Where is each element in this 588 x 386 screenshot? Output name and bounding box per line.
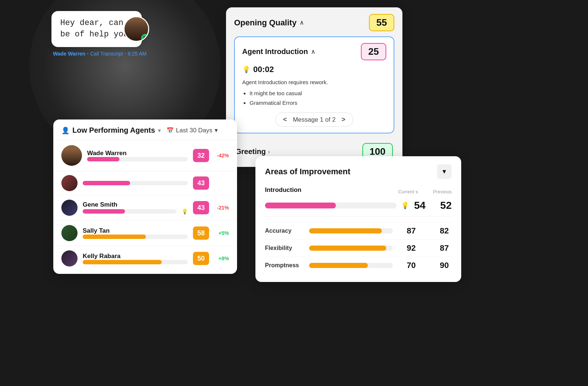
agent-info: Gene Smith 💡 xyxy=(83,201,188,214)
agent-avatar xyxy=(61,250,78,267)
bulb-icon: 💡 xyxy=(242,65,250,74)
agent-bar xyxy=(83,181,130,185)
agent-row[interactable]: 43 xyxy=(53,171,237,195)
agent-info: Kelly Rabara xyxy=(83,253,188,264)
agent-change: +5% xyxy=(214,230,229,236)
opening-quality-card: Opening Quality ∧ 55 Agent Introduction … xyxy=(226,7,402,167)
agent-bar-container xyxy=(83,209,176,214)
avatar: 📞 xyxy=(123,16,149,42)
intro-current-score: 54 xyxy=(414,200,426,211)
opening-quality-score: 55 xyxy=(369,14,394,31)
metric-scores: 87 82 xyxy=(404,226,452,236)
agent-change: -42% xyxy=(214,153,229,158)
chevron-up-icon[interactable]: ∧ xyxy=(300,19,304,26)
agent-intro-card: Agent Introduction ∧ 25 💡 00:02 Agent In… xyxy=(234,36,394,133)
metric-scores: 70 90 xyxy=(404,261,452,270)
phone-icon: 📞 xyxy=(141,34,149,42)
agent-score: 50 xyxy=(193,252,209,265)
agent-intro-details: Agent Introduction requires rework. It m… xyxy=(242,78,386,107)
calendar-icon: 📅 xyxy=(166,127,174,134)
metric-row-flexibility: Flexibility 92 87 xyxy=(265,239,452,257)
lpa-body: Wade Warren 32 -42% 43 xyxy=(53,140,237,274)
lpa-title-button[interactable]: 👤 Low Performing Agents ▾ xyxy=(61,126,161,135)
agent-info: Wade Warren xyxy=(87,150,188,161)
sort-icon: ⇅ xyxy=(415,190,418,194)
metric-previous: 90 xyxy=(437,261,452,270)
metric-bar-container xyxy=(309,263,393,268)
opening-quality-title: Opening Quality ∧ xyxy=(234,18,304,28)
lpa-title-text: Low Performing Agents xyxy=(72,126,155,135)
bulb-indicator: 💡 xyxy=(182,208,188,214)
agent-name: Wade Warren xyxy=(87,150,188,157)
greeting-label[interactable]: Greeting › xyxy=(236,147,270,156)
metric-bar-container xyxy=(309,228,393,233)
agent-bar-container xyxy=(83,181,188,185)
agent-bar-area xyxy=(83,260,188,264)
agent-avatar xyxy=(61,200,78,216)
agent-bar-container xyxy=(83,260,188,264)
col-headers: Current ⇅ Previous xyxy=(398,189,452,194)
intro-top-row: Introduction Current ⇅ Previous xyxy=(265,186,452,197)
date-dropdown-icon: ▾ xyxy=(215,126,218,134)
next-message-button[interactable]: > xyxy=(341,116,345,124)
metric-bar-area xyxy=(309,228,393,233)
opening-quality-label: Opening Quality xyxy=(234,18,297,28)
chat-card: Hey dear, can I be of help you? 📞 Wade W… xyxy=(51,11,147,57)
agent-row[interactable]: Wade Warren 32 -42% xyxy=(53,140,237,171)
message-navigation: < Message 1 of 2 > xyxy=(275,112,353,127)
intro-bar xyxy=(265,203,336,208)
greeting-text: Greeting xyxy=(236,147,266,156)
agent-score: 43 xyxy=(193,176,209,190)
agent-intro-time: 00:02 xyxy=(253,65,274,74)
chevron-right-icon: › xyxy=(268,149,270,155)
opening-quality-header: Opening Quality ∧ 55 xyxy=(234,14,394,31)
agent-intro-header: Agent Introduction ∧ 25 xyxy=(242,43,386,60)
intro-bar-container xyxy=(265,203,397,208)
agent-bar-container xyxy=(83,235,188,239)
person-icon: 👤 xyxy=(61,126,69,135)
filter-icon: ▼ xyxy=(441,168,447,175)
agent-intro-issues: It might be too casual Grammatical Error… xyxy=(242,89,386,107)
aoi-title: Areas of Improvement xyxy=(265,167,350,176)
metric-bar-area xyxy=(309,263,393,268)
filter-button[interactable]: ▼ xyxy=(437,164,452,179)
metric-scores: 92 87 xyxy=(404,243,452,253)
metric-previous: 87 xyxy=(437,243,452,253)
agent-avatar xyxy=(61,145,82,166)
agent-bar xyxy=(87,157,119,161)
chat-call-transcript[interactable]: Call Transcript xyxy=(90,51,123,57)
chat-message: Hey dear, can I be of help you? xyxy=(60,18,133,39)
lpa-date-filter-button[interactable]: 📅 Last 30 Days ▾ xyxy=(166,126,218,134)
metric-bar xyxy=(309,263,368,268)
agent-name: Gene Smith xyxy=(83,201,188,208)
aoi-header: Areas of Improvement ▼ xyxy=(265,164,452,179)
lpa-dropdown-icon: ▾ xyxy=(158,128,161,133)
metric-row-promptness: Promptness 70 90 xyxy=(265,257,452,274)
agent-row[interactable]: Kelly Rabara 50 +8% xyxy=(53,246,237,271)
metric-bar-area xyxy=(309,246,393,251)
agent-change: +8% xyxy=(214,255,229,261)
agent-bar-area: 💡 xyxy=(83,208,188,214)
agent-info xyxy=(83,181,188,185)
agent-intro-time-row: 💡 00:02 xyxy=(242,65,386,74)
chat-time: 9:25 AM xyxy=(128,51,146,57)
intro-label: Introduction xyxy=(265,186,301,194)
agent-row[interactable]: Sally Tan 58 +5% xyxy=(53,221,237,246)
current-header-text: Current xyxy=(398,189,414,194)
metric-bar xyxy=(309,228,382,233)
agent-row[interactable]: Gene Smith 💡 43 -21% xyxy=(53,195,237,221)
agent-score: 58 xyxy=(193,226,209,240)
chat-meta: Wade Warren • Call Transcript • 9:25 AM xyxy=(53,51,147,57)
intro-bulb-icon: 💡 xyxy=(401,201,409,210)
lpa-date-text: Last 30 Days xyxy=(176,127,212,134)
metric-current: 87 xyxy=(404,226,419,236)
chat-sender-name: Wade Warren xyxy=(53,51,85,57)
prev-message-button[interactable]: < xyxy=(283,116,287,124)
agent-avatar xyxy=(61,225,78,241)
agent-intro-score: 25 xyxy=(361,43,386,60)
current-col-header: Current ⇅ xyxy=(398,189,418,194)
agent-intro-chevron[interactable]: ∧ xyxy=(311,48,315,55)
introduction-section: Introduction Current ⇅ Previous 💡 54 52 xyxy=(265,186,452,217)
agent-bar-container xyxy=(87,157,188,161)
agent-change: -21% xyxy=(214,205,229,211)
